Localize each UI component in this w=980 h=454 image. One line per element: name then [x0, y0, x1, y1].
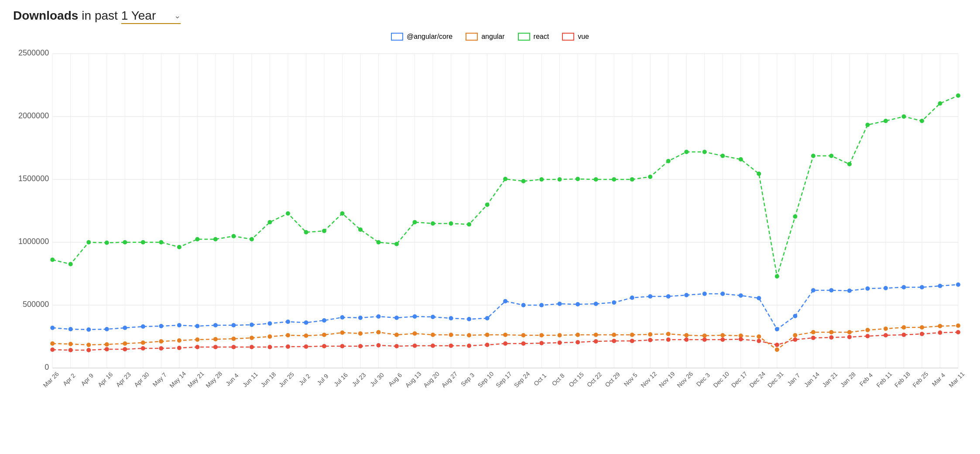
svg-point-130	[322, 229, 326, 233]
svg-text:Jul 23: Jul 23	[351, 371, 367, 388]
svg-text:Jul 9: Jul 9	[315, 372, 329, 386]
svg-point-267	[956, 323, 960, 328]
legend-item-angular-core: @angular/core	[391, 33, 452, 41]
svg-point-148	[648, 175, 652, 179]
svg-text:Nov 19: Nov 19	[658, 370, 676, 389]
svg-point-219	[86, 343, 91, 347]
svg-text:Dec 31: Dec 31	[766, 370, 785, 389]
svg-text:Jan 7: Jan 7	[786, 372, 802, 388]
svg-point-118	[105, 241, 109, 245]
svg-point-235	[376, 330, 380, 334]
svg-text:Feb 11: Feb 11	[875, 370, 893, 389]
svg-point-251	[666, 332, 671, 336]
svg-point-139	[485, 203, 490, 207]
svg-point-303	[684, 337, 689, 342]
svg-point-233	[340, 330, 344, 335]
svg-point-177	[250, 323, 254, 327]
period-select[interactable]: 1 Year 6 Months 3 Months 1 Month	[121, 9, 181, 22]
legend-swatch-angular-core	[391, 33, 403, 41]
svg-point-149	[666, 159, 671, 163]
svg-text:Jan 21: Jan 21	[821, 371, 839, 389]
svg-point-181	[322, 318, 326, 323]
svg-text:Apr 2: Apr 2	[62, 372, 77, 387]
svg-point-126	[250, 237, 254, 241]
svg-text:Jul 16: Jul 16	[332, 371, 349, 388]
svg-point-164	[938, 101, 942, 106]
svg-point-116	[69, 262, 73, 266]
svg-point-193	[539, 303, 544, 307]
svg-point-306	[739, 337, 743, 341]
svg-text:Mar 11: Mar 11	[947, 370, 966, 389]
svg-point-184	[376, 314, 380, 319]
svg-text:Apr 30: Apr 30	[133, 371, 151, 389]
svg-point-272	[123, 347, 127, 351]
svg-text:Aug 13: Aug 13	[404, 370, 423, 389]
svg-point-201	[684, 293, 689, 297]
legend-item-vue: vue	[562, 33, 589, 41]
svg-point-258	[793, 333, 797, 337]
svg-point-167	[69, 327, 73, 331]
svg-point-269	[69, 348, 73, 352]
svg-point-206	[775, 327, 779, 331]
svg-point-147	[630, 177, 634, 182]
svg-point-300	[630, 339, 634, 343]
svg-point-190	[485, 316, 490, 320]
svg-point-185	[394, 316, 399, 320]
svg-point-278	[231, 345, 236, 349]
svg-point-216	[956, 282, 960, 287]
svg-point-240	[467, 333, 471, 337]
svg-point-154	[757, 172, 761, 176]
svg-text:1000000: 1000000	[18, 237, 49, 246]
svg-point-150	[684, 150, 689, 154]
svg-text:Apr 9: Apr 9	[79, 372, 95, 387]
svg-point-313	[865, 334, 870, 338]
period-select-wrapper[interactable]: 1 Year 6 Months 3 Months 1 Month ⌄	[121, 9, 181, 24]
svg-text:Dec 10: Dec 10	[712, 370, 730, 389]
svg-point-264	[901, 325, 906, 330]
svg-point-199	[648, 294, 652, 299]
svg-point-289	[431, 344, 435, 348]
svg-point-236	[394, 333, 399, 337]
svg-point-179	[286, 320, 290, 324]
svg-point-277	[213, 345, 218, 349]
svg-point-134	[394, 242, 399, 246]
svg-point-197	[612, 300, 616, 305]
svg-point-208	[811, 288, 816, 292]
svg-text:Jun 11: Jun 11	[241, 371, 259, 389]
svg-point-254	[720, 333, 725, 337]
svg-point-242	[503, 333, 507, 337]
svg-point-282	[304, 344, 308, 349]
svg-point-222	[141, 340, 145, 345]
svg-text:Feb 25: Feb 25	[911, 370, 929, 389]
svg-point-220	[105, 342, 109, 347]
svg-point-115	[50, 258, 55, 262]
svg-point-280	[267, 345, 272, 349]
svg-point-316	[920, 332, 924, 336]
svg-point-133	[376, 240, 380, 244]
svg-point-161	[884, 119, 888, 123]
svg-point-223	[159, 339, 163, 344]
svg-text:Sep 17: Sep 17	[494, 370, 513, 389]
svg-point-166	[50, 326, 55, 330]
svg-point-314	[884, 333, 888, 337]
svg-point-131	[340, 211, 344, 216]
svg-point-245	[558, 333, 562, 337]
svg-text:Oct 8: Oct 8	[551, 372, 566, 387]
svg-point-128	[286, 211, 290, 216]
svg-text:0: 0	[45, 363, 49, 371]
svg-point-279	[250, 345, 254, 349]
svg-point-165	[956, 93, 960, 98]
svg-point-290	[449, 344, 453, 348]
svg-point-180	[304, 320, 308, 325]
svg-point-203	[720, 292, 725, 296]
legend-swatch-react	[518, 33, 530, 41]
svg-point-315	[901, 333, 906, 337]
svg-point-309	[793, 337, 797, 342]
svg-text:Oct 22: Oct 22	[586, 371, 603, 389]
svg-text:Apr 23: Apr 23	[114, 371, 132, 389]
svg-point-224	[177, 338, 182, 343]
svg-point-257	[775, 347, 779, 352]
page-header: Downloads in past 1 Year 6 Months 3 Mont…	[13, 9, 967, 24]
svg-point-227	[231, 337, 236, 341]
svg-point-171	[141, 324, 145, 329]
